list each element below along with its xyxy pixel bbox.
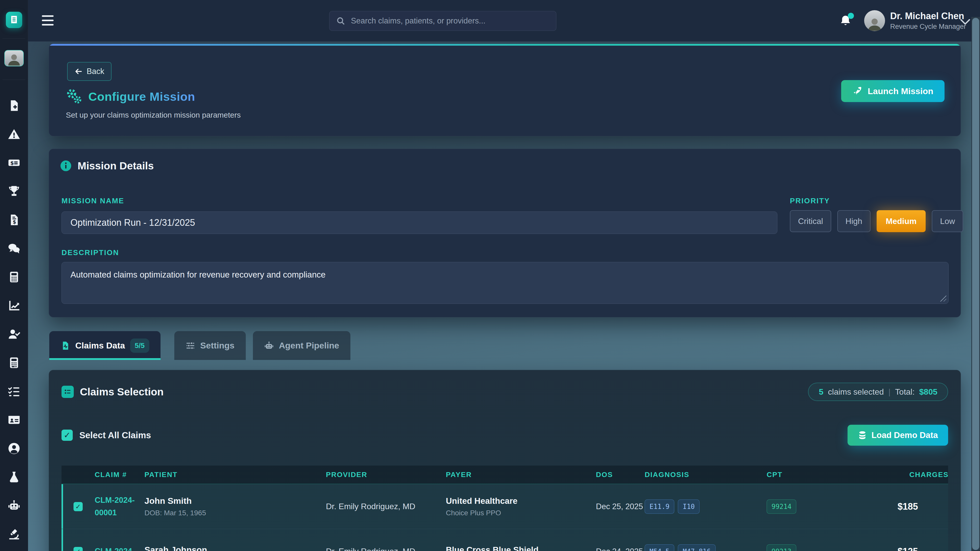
sidebar-item-research[interactable] [7,527,21,541]
col-charges: CHARGES [897,471,948,479]
provider-name: Dr. Emily Rodriguez, MD [326,547,446,551]
alert-triangle-icon [8,128,21,141]
notifications-button[interactable] [839,14,853,29]
sidebar-item-invoices[interactable]: $ [7,213,21,227]
selected-count-label: claims selected [828,387,884,397]
payer-name: United Healthcare [446,496,596,506]
row-checkbox[interactable] [73,502,83,511]
microscope-icon [8,528,21,540]
list-check-icon [8,385,21,398]
configure-mission-header: Back Configure Mission Set up your claim… [49,44,961,136]
page-title-row: Configure Mission [66,88,195,105]
select-all-checkbox[interactable] [62,430,73,441]
launch-mission-button[interactable]: Launch Mission [841,80,945,102]
file-invoice-dollar-icon: $ [8,213,21,226]
sidebar-item-billing[interactable]: $ [7,156,21,169]
user-check-icon [8,328,21,341]
search-input[interactable] [350,16,549,26]
sidebar-item-messages[interactable] [7,242,21,255]
id-card-icon [8,413,21,426]
load-demo-label: Load Demo Data [872,430,938,440]
scrollbar-thumb[interactable] [972,18,979,550]
sidebar-item-tasks[interactable] [7,385,21,398]
receipt-logo-icon [9,15,19,25]
tab-agent-pipeline-label: Agent Pipeline [279,341,339,351]
scrollbar-track[interactable] [971,17,980,551]
load-demo-data-button[interactable]: Load Demo Data [848,425,948,446]
claim-number-link[interactable]: CLM-2024-00001 [95,494,138,519]
sidebar-item-profile[interactable] [7,442,21,455]
payer-name: Blue Cross Blue Shield [446,545,596,551]
notification-badge [848,13,854,19]
claim-row-2[interactable]: CLM-2024- Sarah Johnson Dr. Emily Rodrig… [62,529,948,551]
charges-amount: $125 [897,546,948,551]
description-textarea[interactable]: Automated claims optimization for revenu… [62,262,948,304]
claims-selection-card: Claims Selection 5 claims selected | Tot… [49,370,961,551]
diagnosis-code-badge: E11.9 [645,499,674,514]
sidebar-item-new-claim[interactable] [7,99,21,112]
tab-settings[interactable]: Settings [174,331,246,360]
priority-label: PRIORITY [790,197,830,205]
claim-row-1[interactable]: CLM-2024-00001 John Smith DOB: Mar 15, 1… [62,484,948,529]
sidebar-item-calculator[interactable] [7,270,21,284]
search-box [329,11,556,31]
config-tabs: Claims Data 5/5 Settings Agent Pipeline [49,331,350,360]
date-of-service: Dec 25, 2025 [596,502,645,511]
provider-name: Dr. Emily Rodriguez, MD [326,502,446,511]
calculator-icon [8,271,21,283]
page-title: Configure Mission [88,89,195,103]
priority-medium-button[interactable]: Medium [877,210,926,232]
sidebar-item-denials[interactable] [7,127,21,141]
sidebar-user-avatar[interactable] [4,50,24,66]
arrow-left-icon [75,67,83,76]
total-amount: $805 [919,387,937,397]
launch-label: Launch Mission [868,86,933,96]
claims-selection-title: Claims Selection [80,386,164,398]
user-avatar[interactable] [864,10,885,31]
claim-number-link[interactable]: CLM-2024- [95,545,138,551]
user-role: Revenue Cycle Manager [890,23,966,30]
sidebar-item-lab[interactable] [7,470,21,484]
sidebar-item-estimates[interactable] [7,356,21,369]
menu-icon[interactable] [42,15,54,25]
mission-details-heading: Mission Details [60,160,154,172]
tab-settings-label: Settings [200,341,234,351]
chevron-down-icon[interactable] [960,19,970,25]
sidebar-item-patient-verify[interactable] [7,327,21,341]
back-button[interactable]: Back [67,62,111,81]
gears-icon [66,88,82,105]
sidebar-item-ai-agent[interactable] [7,499,21,512]
app-logo[interactable] [6,12,22,28]
robot-icon [8,499,21,512]
row-checkbox[interactable] [73,547,83,551]
priority-critical-button[interactable]: Critical [790,210,831,232]
sliders-icon [186,341,195,351]
col-patient: PATIENT [145,471,326,479]
tab-claims-data[interactable]: Claims Data 5/5 [49,331,161,360]
cpt-code-badge: 99213 [767,545,796,551]
mission-details-title: Mission Details [78,160,154,172]
table-list-icon [62,386,74,398]
charges-amount: $185 [897,501,948,512]
calculator-2-icon [8,356,21,369]
svg-text:$: $ [13,219,16,225]
tab-claims-count-badge: 5/5 [130,338,149,353]
trophy-icon [8,185,21,198]
chip-divider: | [888,387,891,397]
mission-name-input[interactable] [62,211,777,234]
flask-icon [8,471,21,483]
search-icon [336,16,350,25]
tab-agent-pipeline[interactable]: Agent Pipeline [253,331,350,360]
sidebar-item-analytics[interactable] [7,299,21,312]
page-subtitle: Set up your claims optimization mission … [66,111,241,119]
priority-high-button[interactable]: High [837,210,870,232]
col-diagnosis: DIAGNOSIS [645,471,767,479]
priority-low-button[interactable]: Low [932,210,963,232]
claims-table-header: CLAIM # PATIENT PROVIDER PAYER DOS DIAGN… [62,465,948,484]
sidebar-item-insurance-card[interactable] [7,413,21,427]
user-menu[interactable]: Dr. Michael Chen Revenue Cycle Manager [890,11,966,30]
sidebar-item-achievements[interactable] [7,185,21,198]
money-check-icon: $ [8,156,21,169]
database-icon [858,430,867,440]
svg-text:$: $ [10,160,14,166]
